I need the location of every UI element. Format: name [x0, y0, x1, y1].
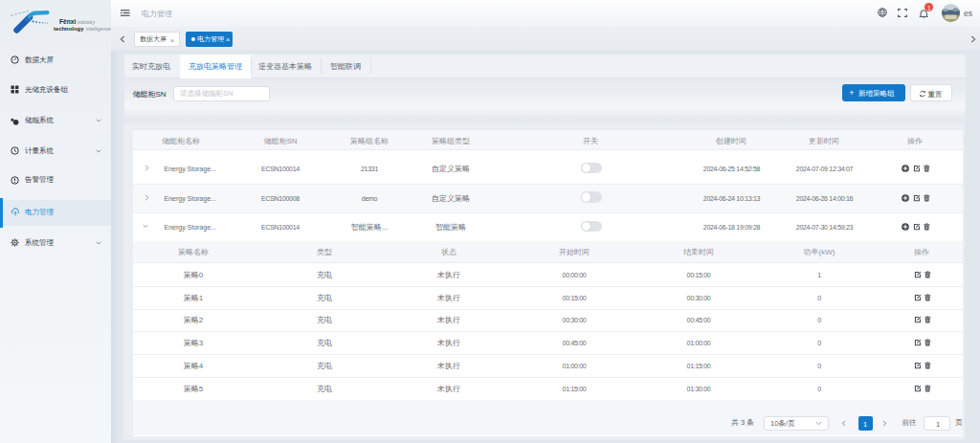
svg-text:industry: industry: [78, 19, 96, 25]
svg-text:intelligence: intelligence: [86, 26, 111, 32]
svg-text:technology: technology: [54, 26, 84, 32]
svg-text:Fēnxi: Fēnxi: [59, 18, 76, 25]
